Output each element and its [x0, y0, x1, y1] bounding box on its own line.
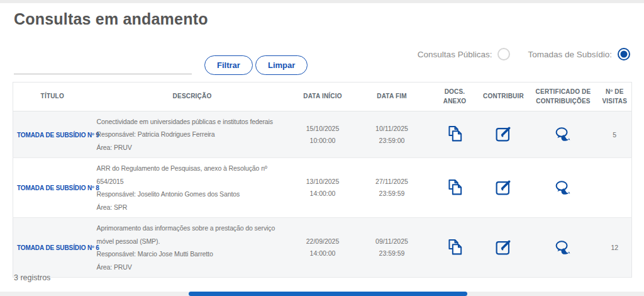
edit-note-icon[interactable]	[494, 178, 513, 196]
radio-tomadas-subsidio-circle[interactable]	[618, 48, 630, 60]
end-date: 10/11/2025	[358, 123, 426, 135]
chat-bubbles-icon[interactable]	[554, 125, 572, 143]
visits-count: 5	[613, 131, 616, 139]
page-title: Consultas em andamento	[14, 10, 208, 28]
header-titulo: TÍTULO	[13, 83, 92, 111]
header-data-fim: DATA FIM	[353, 83, 431, 111]
top-divider	[0, 0, 644, 3]
copy-documents-icon[interactable]	[446, 178, 464, 196]
end-date: 27/11/2025	[358, 176, 426, 188]
table-row: TOMADA DE SUBSÍDIO Nº 8 ARR do Regulamen…	[13, 158, 632, 218]
start-time: 14:00:00	[298, 188, 348, 200]
consultation-description: ARR do Regulamento de Pesquisas, anexo à…	[97, 162, 291, 188]
header-visitas: Nº DE VISITAS	[598, 83, 632, 111]
end-time: 23:59:59	[358, 248, 426, 259]
records-count: 3 registros	[14, 273, 50, 282]
table-row: TOMADA DE SUBSÍDIO Nº 6 Aprimoramento da…	[13, 218, 632, 278]
clear-button[interactable]: Limpar	[255, 55, 308, 75]
start-date: 15/10/2025	[298, 123, 348, 135]
chat-bubbles-icon[interactable]	[554, 238, 572, 256]
consultation-title-link[interactable]: TOMADA DE SUBSÍDIO Nº 9	[17, 132, 99, 139]
consultation-area: Área: PRUV	[97, 141, 291, 154]
horizontal-scrollbar-thumb[interactable]	[189, 292, 467, 296]
filter-input[interactable]	[14, 58, 192, 74]
header-certificado: CERTIFICADO DE CONTRIBUIÇÕES	[529, 83, 598, 111]
radio-consultas-publicas-label: Consultas Públicas:	[418, 50, 492, 59]
visits-count: 12	[611, 244, 618, 251]
copy-documents-icon[interactable]	[446, 238, 464, 256]
radio-tomadas-subsidio-label: Tomadas de Subsídio:	[528, 50, 612, 59]
start-time: 10:00:00	[298, 135, 348, 147]
radio-consultas-publicas[interactable]: Consultas Públicas:	[418, 48, 511, 60]
consultation-responsible: Responsável: Joselito Antonio Gomes dos …	[97, 188, 291, 200]
end-date: 09/11/2025	[358, 236, 426, 248]
consultation-description: Conectividade em universidades públicas …	[97, 115, 291, 128]
consultation-description: Aprimoramento das informações sobre a pr…	[97, 222, 291, 248]
filter-button[interactable]: Filtrar	[204, 55, 253, 75]
consultation-responsible: Responsável: Marcio Jose Mutti Barretto	[97, 248, 291, 260]
header-descricao: DESCRIÇÃO	[92, 83, 293, 111]
horizontal-scrollbar-track[interactable]	[0, 292, 644, 296]
header-data-inicio: DATA INÍCIO	[293, 83, 353, 111]
header-docs-anexo: DOCS. ANEXO	[431, 83, 479, 111]
end-time: 23:59:59	[358, 188, 426, 200]
consultation-type-radios: Consultas Públicas: Tomadas de Subsídio:	[418, 48, 630, 60]
consultations-table: TÍTULO DESCRIÇÃO DATA INÍCIO DATA FIM DO…	[13, 82, 632, 278]
consultation-responsible: Responsável: Patricia Rodrigues Ferreira	[97, 128, 291, 140]
radio-consultas-publicas-circle[interactable]	[497, 48, 510, 60]
edit-note-icon[interactable]	[494, 238, 513, 256]
consultation-title-link[interactable]: TOMADA DE SUBSÍDIO Nº 8	[17, 185, 99, 191]
header-contribuir: CONTRIBUIR	[479, 83, 529, 111]
radio-tomadas-subsidio[interactable]: Tomadas de Subsídio:	[528, 48, 630, 60]
consultation-area: Área: SPR	[97, 201, 291, 213]
table-row: TOMADA DE SUBSÍDIO Nº 9 Conectividade em…	[13, 111, 632, 158]
consultation-area: Área: PRUV	[97, 261, 291, 273]
consultation-title-link[interactable]: TOMADA DE SUBSÍDIO Nº 6	[17, 244, 99, 251]
edit-note-icon[interactable]	[494, 125, 513, 143]
end-time: 23:59:00	[358, 135, 426, 147]
copy-documents-icon[interactable]	[446, 125, 464, 143]
start-date: 13/10/2025	[298, 176, 348, 188]
table-header-row: TÍTULO DESCRIÇÃO DATA INÍCIO DATA FIM DO…	[13, 83, 632, 111]
start-time: 14:00:00	[298, 248, 348, 259]
chat-bubbles-icon[interactable]	[554, 178, 572, 196]
start-date: 22/09/2025	[298, 236, 348, 248]
